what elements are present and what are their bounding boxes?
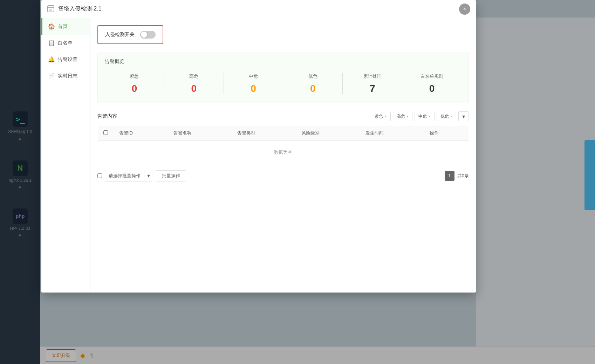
modal-header: 堡塔入侵检测-2.1 × [41,0,476,18]
nav-label-alert-settings: 告警设置 [58,56,77,63]
nav-item-alert-settings[interactable]: 🔔 告警设置 [41,51,90,68]
bulk-select-arrow-icon[interactable]: ▾ [144,170,153,181]
svg-rect-0 [48,6,54,12]
filter-urgent-close[interactable]: × [384,114,387,118]
bulk-checkbox[interactable] [97,173,102,178]
bulk-select[interactable]: 请选择批量操作 ▾ [105,170,153,181]
modal-title: 堡塔入侵检测-2.1 [58,5,102,13]
filter-high-label: 高危 [397,114,405,119]
stat-high-label: 高危 [164,73,224,80]
filter-medium-label: 中危 [418,114,427,119]
header-time: 发生时间 [360,126,424,141]
stat-urgent-value: 0 [105,83,164,94]
header-alert-name: 告警名称 [168,126,232,141]
filter-medium-close[interactable]: × [428,114,430,118]
table-header-row: 告警ID 告警名称 告警类型 风险级别 发生时间 操作 [98,126,469,141]
bulk-action-button[interactable]: 批量操作 [156,170,186,181]
stat-whitelist: 白名单规则 0 [402,70,461,97]
filter-low-close[interactable]: × [450,114,452,118]
alert-content-header: 告警内容 紧急 × 高危 × 中危 × 低危 [97,111,469,121]
nav-item-realtime-log[interactable]: 📄 实时日志 [41,68,90,84]
header-action: 操作 [424,126,469,141]
stat-urgent: 紧急 0 [105,70,164,97]
alert-table: 告警ID 告警名称 告警类型 风险级别 发生时间 操作 数据为空 [97,125,469,164]
nav-item-home[interactable]: 🏠 首页 [41,18,90,35]
alert-settings-icon: 🔔 [48,56,55,63]
toggle-section: 入侵检测开关 [97,25,163,44]
empty-text: 数据为空 [98,141,469,164]
overview-title: 告警概览 [105,59,461,65]
table-header: 告警ID 告警名称 告警类型 风险级别 发生时间 操作 [98,126,469,141]
pagination: 请选择批量操作 ▾ 批量操作 1 共0条 [97,170,469,181]
stat-processed-label: 累计处理 [343,73,402,80]
modal-sidebar: 🏠 首页 📋 白名单 🔔 告警设置 📄 实时日志 [41,18,90,293]
header-checkbox [98,126,114,141]
stat-high-value: 0 [164,83,224,94]
filter-urgent-label: 紧急 [375,114,383,119]
stat-whitelist-label: 白名单规则 [402,73,461,80]
alert-content-title: 告警内容 [97,113,117,119]
stat-processed: 累计处理 7 [343,70,402,97]
stat-low-value: 0 [283,83,342,94]
total-count: 共0条 [457,173,469,179]
nav-label-realtime-log: 实时日志 [58,73,77,79]
filter-tag-medium[interactable]: 中危 × [415,112,434,121]
alert-stats: 紧急 0 高危 0 中危 0 低危 [105,70,461,97]
intrusion-detection-toggle[interactable] [140,31,156,39]
stat-low-label: 低危 [283,73,342,80]
stat-medium-label: 中危 [224,73,283,80]
stat-processed-value: 7 [343,83,402,94]
home-icon: 🏠 [48,23,55,30]
stat-urgent-label: 紧急 [105,73,164,80]
bulk-select-text: 请选择批量操作 [105,171,144,181]
header-risk-level: 风险级别 [296,126,360,141]
toggle-label: 入侵检测开关 [105,32,135,38]
select-all-checkbox[interactable] [103,130,108,135]
modal-close-button[interactable]: × [459,4,470,15]
stat-low: 低危 0 [283,70,342,97]
stat-medium-value: 0 [224,83,283,94]
page-number[interactable]: 1 [445,171,454,181]
filter-high-close[interactable]: × [406,114,409,118]
nav-item-whitelist[interactable]: 📋 白名单 [41,35,90,51]
whitelist-icon: 📋 [48,40,55,46]
empty-row: 数据为空 [98,141,469,164]
bulk-select-wrapper: 请选择批量操作 ▾ 批量操作 [97,170,186,181]
filter-low-label: 低危 [440,114,449,119]
header-alert-type: 告警类型 [232,126,296,141]
filter-tags: 紧急 × 高危 × 中危 × 低危 × ▾ [371,111,469,121]
realtime-log-icon: 📄 [48,73,55,79]
nav-label-home: 首页 [58,23,68,30]
filter-dropdown-button[interactable]: ▾ [458,111,469,121]
modal-header-icon [47,5,55,13]
modal-main-content: 入侵检测开关 告警概览 紧急 0 高危 0 [90,18,476,293]
modal-dialog: 堡塔入侵检测-2.1 × 🏠 首页 📋 白名单 🔔 告警设置 📄 实时日志 [41,0,476,293]
nav-label-whitelist: 白名单 [58,40,73,46]
stat-high: 高危 0 [164,70,224,97]
stat-whitelist-value: 0 [402,83,461,94]
modal-body: 🏠 首页 📋 白名单 🔔 告警设置 📄 实时日志 入侵检测开关 [41,18,476,293]
filter-tag-high[interactable]: 高危 × [393,112,412,121]
filter-tag-urgent[interactable]: 紧急 × [371,112,390,121]
alert-overview: 告警概览 紧急 0 高危 0 中危 0 [97,53,469,103]
header-alert-id: 告警ID [114,126,168,141]
table-body: 数据为空 [98,141,469,164]
filter-tag-low[interactable]: 低危 × [437,112,456,121]
page-info: 1 共0条 [445,171,469,181]
stat-medium: 中危 0 [224,70,283,97]
